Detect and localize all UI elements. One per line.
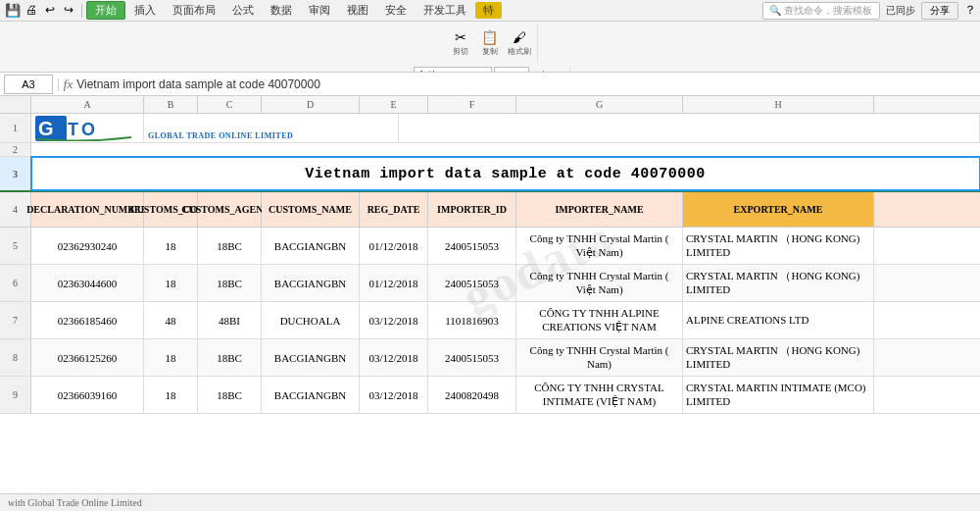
table-row: 9 02366039160 18 18BC BACGIANGBN 03/12/2… xyxy=(0,377,980,414)
tab-dev[interactable]: 开发工具 xyxy=(416,2,474,19)
cell-reg-date[interactable]: 01/12/2018 xyxy=(360,265,428,301)
bottom-bar: with Global Trade Online Limited xyxy=(0,493,980,511)
cell-customs-agency[interactable]: 18BC xyxy=(198,339,262,376)
svg-text:O: O xyxy=(81,120,95,139)
ribbon-area: ✂ 剪切 📋 复制 🖌 格式刷 A⁺ A⁻ B I U xyxy=(0,22,980,73)
col-header-B[interactable]: B xyxy=(144,96,198,113)
row-num-6: 6 xyxy=(0,265,31,301)
tab-data[interactable]: 数据 xyxy=(263,2,300,19)
formula-separator: | xyxy=(57,77,60,92)
cell-reg-date[interactable]: 03/12/2018 xyxy=(360,377,428,413)
cell-reg-date[interactable]: 03/12/2018 xyxy=(360,339,428,376)
cell-customs-agency[interactable]: 18BC xyxy=(198,377,262,413)
cut-button[interactable]: ✂ 剪切 xyxy=(447,24,474,63)
cell-customs-code[interactable]: 18 xyxy=(144,265,198,301)
table-row: 8 02366125260 18 18BC BACGIANGBN 03/12/2… xyxy=(0,339,980,377)
table-row: 7 02366185460 48 48BI DUCHOALA 03/12/201… xyxy=(0,302,980,339)
cell-importer-id[interactable]: 2400515053 xyxy=(428,228,516,264)
cell-customs-code[interactable]: 48 xyxy=(144,302,198,338)
tab-start[interactable]: 开始 xyxy=(86,1,125,20)
tab-review[interactable]: 审阅 xyxy=(301,2,338,19)
header-customs-agency: CUSTOMS_AGENCY xyxy=(198,192,262,227)
table-row: 5 02362930240 18 18BC BACGIANGBN 01/12/2… xyxy=(0,228,980,265)
col-header-E[interactable]: E xyxy=(360,96,428,113)
cell-importer-name[interactable]: Công ty TNHH Crystal Martin ( Việt Nam) xyxy=(516,228,683,264)
cell-decl-num[interactable]: 02366185460 xyxy=(31,302,144,338)
row-4-headers: 4 DECLARATION_NUMBER CUSTOMS_CODE CUSTOM… xyxy=(0,192,980,228)
col-header-F[interactable]: F xyxy=(428,96,516,113)
tab-formula[interactable]: 公式 xyxy=(224,2,262,19)
row-num-5: 5 xyxy=(0,228,31,264)
cell-exporter-name[interactable]: CRYSTAL MARTIN INTIMATE (MCO) LIMITED xyxy=(683,377,874,413)
cell-reg-date[interactable]: 03/12/2018 xyxy=(360,302,428,338)
cell-reference-input[interactable] xyxy=(4,75,53,94)
search-icon: 🔍 xyxy=(769,5,781,16)
header-decl-num: DECLARATION_NUMBER xyxy=(31,192,144,227)
tab-layout[interactable]: 页面布局 xyxy=(165,2,223,19)
svg-text:G: G xyxy=(38,118,54,139)
header-reg-date: REG_DATE xyxy=(360,192,428,227)
tab-security[interactable]: 安全 xyxy=(377,2,415,19)
table-row: 6 02363044600 18 18BC BACGIANGBN 01/12/2… xyxy=(0,265,980,302)
cell-importer-name[interactable]: Công ty TNHH Crystal Martin ( Nam) xyxy=(516,339,683,376)
cell-importer-id[interactable]: 2400515053 xyxy=(428,265,516,301)
header-exporter-name: EXPORTER_NAME xyxy=(683,192,874,227)
cell-importer-name[interactable]: CÔNG TY TNHH CRYSTAL INTIMATE (VIỆT NAM) xyxy=(516,377,683,413)
col-header-C[interactable]: C xyxy=(198,96,262,113)
tab-insert[interactable]: 插入 xyxy=(126,2,164,19)
cell-decl-num[interactable]: 02362930240 xyxy=(31,228,144,264)
tab-view[interactable]: 视图 xyxy=(339,2,376,19)
cell-importer-name[interactable]: CÔNG TY TNHH ALPINE CREATIONS VIỆT NAM xyxy=(516,302,683,338)
data-rows-container: 5 02362930240 18 18BC BACGIANGBN 01/12/2… xyxy=(0,228,980,414)
cell-customs-agency[interactable]: 18BC xyxy=(198,228,262,264)
col-header-D[interactable]: D xyxy=(262,96,360,113)
cell-customs-name[interactable]: BACGIANGBN xyxy=(262,339,360,376)
tab-special[interactable]: 特 xyxy=(475,2,502,19)
cell-exporter-name[interactable]: ALPINE CREATIONS LTD xyxy=(683,302,874,338)
cell-importer-id[interactable]: 2400515053 xyxy=(428,339,516,376)
cell-reg-date[interactable]: 01/12/2018 xyxy=(360,228,428,264)
cell-exporter-name[interactable]: CRYSTAL MARTIN （HONG KONG) LIMITED xyxy=(683,228,874,264)
col-header-G[interactable]: G xyxy=(516,96,683,113)
cell-customs-code[interactable]: 18 xyxy=(144,339,198,376)
toolbar-top: 💾 🖨 ↩ ↪ 开始 插入 页面布局 公式 数据 审阅 视图 安全 开发工具 特… xyxy=(0,0,980,22)
cell-customs-name[interactable]: BACGIANGBN xyxy=(262,265,360,301)
cell-exporter-name[interactable]: CRYSTAL MARTIN （HONG KONG) LIMITED xyxy=(683,265,874,301)
sheet-area: godata A B C D E F G H 1 G xyxy=(0,96,980,414)
cell-customs-agency[interactable]: 18BC xyxy=(198,265,262,301)
col-header-A[interactable]: A xyxy=(31,96,144,113)
search-placeholder: 查找命令，搜索模板 xyxy=(784,4,872,18)
share-button[interactable]: 分享 xyxy=(921,2,958,20)
copy-button[interactable]: 📋 复制 xyxy=(476,24,504,63)
formula-bar: | fx xyxy=(0,73,980,96)
title-text: Vietnam import data sample at code 40070… xyxy=(305,166,706,182)
cell-importer-id[interactable]: 1101816903 xyxy=(428,302,516,338)
formula-input[interactable] xyxy=(76,75,976,94)
cell-customs-code[interactable]: 18 xyxy=(144,377,198,413)
cell-decl-num[interactable]: 02363044600 xyxy=(31,265,144,301)
cell-importer-id[interactable]: 2400820498 xyxy=(428,377,516,413)
cell-decl-num[interactable]: 02366039160 xyxy=(31,377,144,413)
cell-exporter-name[interactable]: CRYSTAL MARTIN （HONG KONG) LIMITED xyxy=(683,339,874,376)
help-icon[interactable]: ？ xyxy=(964,2,976,19)
cell-decl-num[interactable]: 02366125260 xyxy=(31,339,144,376)
search-box[interactable]: 🔍 查找命令，搜索模板 xyxy=(762,2,880,20)
save-icon[interactable]: 💾 xyxy=(4,2,22,20)
header-customs-name: CUSTOMS_NAME xyxy=(262,192,360,227)
format-paint-button[interactable]: 🖌 格式刷 xyxy=(506,24,533,63)
clipboard-group: ✂ 剪切 📋 复制 🖌 格式刷 xyxy=(443,24,538,63)
cell-customs-agency[interactable]: 48BI xyxy=(198,302,262,338)
title-cell[interactable]: Vietnam import data sample at code 40070… xyxy=(31,157,980,190)
col-header-H[interactable]: H xyxy=(683,96,874,113)
cell-customs-name[interactable]: BACGIANGBN xyxy=(262,228,360,264)
header-importer-name: IMPORTER_NAME xyxy=(516,192,683,227)
cell-customs-name[interactable]: DUCHOALA xyxy=(262,302,360,338)
cell-importer-name[interactable]: Công ty TNHH Crystal Martin ( Việt Nam) xyxy=(516,265,683,301)
undo-icon[interactable]: ↩ xyxy=(41,2,59,20)
cell-customs-code[interactable]: 18 xyxy=(144,228,198,264)
row-num-8: 8 xyxy=(0,339,31,376)
redo-icon[interactable]: ↪ xyxy=(60,2,77,20)
row-num-2: 2 xyxy=(0,143,31,156)
print-icon[interactable]: 🖨 xyxy=(23,2,40,20)
cell-customs-name[interactable]: BACGIANGBN xyxy=(262,377,360,413)
